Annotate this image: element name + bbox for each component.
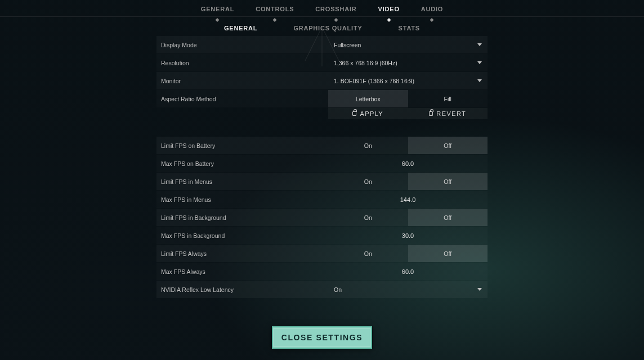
- value-resolution: 1,366 x 768 16:9 (60Hz): [334, 60, 397, 66]
- row-max-fps-background: Max FPS in Background 30.0: [156, 227, 488, 244]
- subtab-stats[interactable]: STATS: [399, 25, 420, 32]
- subtab-graphics-quality[interactable]: GRAPHICS QUALITY: [293, 25, 362, 32]
- row-max-fps-battery: Max FPS on Battery 60.0: [156, 155, 488, 172]
- row-apply-revert: APPLY REVERT: [328, 108, 488, 119]
- row-max-fps-always: Max FPS Always 60.0: [156, 263, 488, 280]
- value-nvidia-reflex: On: [334, 286, 342, 293]
- primary-tab-bar: GENERAL CONTROLS CROSSHAIR VIDEO AUDIO: [0, 0, 644, 17]
- value-max-fps-background[interactable]: 30.0: [328, 227, 488, 244]
- toggle-limit-fps-menus: On Off: [328, 173, 488, 190]
- dropdown-monitor[interactable]: 1. BOE091F (1366 x 768 16:9): [328, 72, 488, 89]
- lock-icon: [352, 111, 356, 116]
- label-limit-fps-menus: Limit FPS in Menus: [156, 178, 328, 185]
- label-aspect-ratio: Aspect Ratio Method: [156, 96, 328, 102]
- dropdown-nvidia-reflex[interactable]: On: [328, 281, 488, 298]
- option-on[interactable]: On: [328, 173, 408, 190]
- label-display-mode: Display Mode: [156, 42, 328, 48]
- option-off[interactable]: Off: [408, 137, 488, 154]
- settings-panel: Display Mode Fullscreen Resolution 1,366…: [156, 36, 488, 298]
- dropdown-resolution[interactable]: 1,366 x 768 16:9 (60Hz): [328, 54, 488, 71]
- toggle-aspect-ratio: Letterbox Fill: [328, 90, 488, 107]
- row-limit-fps-battery: Limit FPS on Battery On Off: [156, 137, 488, 154]
- row-limit-fps-background: Limit FPS in Background On Off: [156, 209, 488, 226]
- chevron-down-icon: [477, 43, 482, 46]
- label-max-fps-always: Max FPS Always: [156, 268, 328, 275]
- option-off[interactable]: Off: [408, 173, 488, 190]
- close-settings-button[interactable]: CLOSE SETTINGS: [272, 326, 372, 349]
- lock-icon: [429, 111, 433, 116]
- row-display-mode: Display Mode Fullscreen: [156, 36, 488, 53]
- row-limit-fps-menus: Limit FPS in Menus On Off: [156, 173, 488, 190]
- label-max-fps-background: Max FPS in Background: [156, 232, 328, 239]
- option-off[interactable]: Off: [408, 209, 488, 226]
- dropdown-display-mode[interactable]: Fullscreen: [328, 36, 488, 53]
- label-resolution: Resolution: [156, 60, 328, 66]
- tab-audio[interactable]: AUDIO: [421, 6, 443, 16]
- option-on[interactable]: On: [328, 245, 408, 262]
- apply-button[interactable]: APPLY: [328, 108, 408, 119]
- section-gap: [156, 120, 488, 137]
- label-monitor: Monitor: [156, 78, 328, 84]
- row-limit-fps-always: Limit FPS Always On Off: [156, 245, 488, 262]
- value-max-fps-battery[interactable]: 60.0: [328, 155, 488, 172]
- value-display-mode: Fullscreen: [334, 42, 361, 48]
- label-max-fps-menus: Max FPS in Menus: [156, 196, 328, 203]
- value-max-fps-always[interactable]: 60.0: [328, 263, 488, 280]
- option-on[interactable]: On: [328, 137, 408, 154]
- row-monitor: Monitor 1. BOE091F (1366 x 768 16:9): [156, 72, 488, 89]
- tab-controls[interactable]: CONTROLS: [256, 6, 294, 16]
- toggle-limit-fps-background: On Off: [328, 209, 488, 226]
- apply-label: APPLY: [360, 110, 383, 117]
- chevron-down-icon: [477, 79, 482, 82]
- row-resolution: Resolution 1,366 x 768 16:9 (60Hz): [156, 54, 488, 71]
- tab-crosshair[interactable]: CROSSHAIR: [315, 6, 356, 16]
- label-max-fps-battery: Max FPS on Battery: [156, 160, 328, 167]
- row-aspect-ratio: Aspect Ratio Method Letterbox Fill: [156, 90, 488, 107]
- secondary-tab-bar: GENERAL GRAPHICS QUALITY STATS: [0, 17, 644, 36]
- label-limit-fps-battery: Limit FPS on Battery: [156, 142, 328, 149]
- value-monitor: 1. BOE091F (1366 x 768 16:9): [334, 78, 414, 84]
- close-button-wrap: CLOSE SETTINGS: [272, 326, 372, 349]
- option-letterbox[interactable]: Letterbox: [328, 90, 408, 107]
- toggle-limit-fps-always: On Off: [328, 245, 488, 262]
- row-nvidia-reflex: NVIDIA Reflex Low Latency On: [156, 281, 488, 298]
- revert-button[interactable]: REVERT: [408, 108, 488, 119]
- tab-general[interactable]: GENERAL: [201, 6, 234, 16]
- value-max-fps-menus[interactable]: 144.0: [328, 191, 488, 208]
- label-limit-fps-background: Limit FPS in Background: [156, 214, 328, 221]
- tab-video[interactable]: VIDEO: [378, 6, 400, 16]
- option-fill[interactable]: Fill: [408, 90, 488, 107]
- option-on[interactable]: On: [328, 209, 408, 226]
- toggle-limit-fps-battery: On Off: [328, 137, 488, 154]
- subtab-general[interactable]: GENERAL: [224, 25, 257, 32]
- label-limit-fps-always: Limit FPS Always: [156, 250, 328, 257]
- label-nvidia-reflex: NVIDIA Reflex Low Latency: [156, 286, 328, 293]
- revert-label: REVERT: [436, 110, 466, 117]
- chevron-down-icon: [477, 61, 482, 64]
- row-max-fps-menus: Max FPS in Menus 144.0: [156, 191, 488, 208]
- option-off[interactable]: Off: [408, 245, 488, 262]
- chevron-down-icon: [477, 288, 482, 291]
